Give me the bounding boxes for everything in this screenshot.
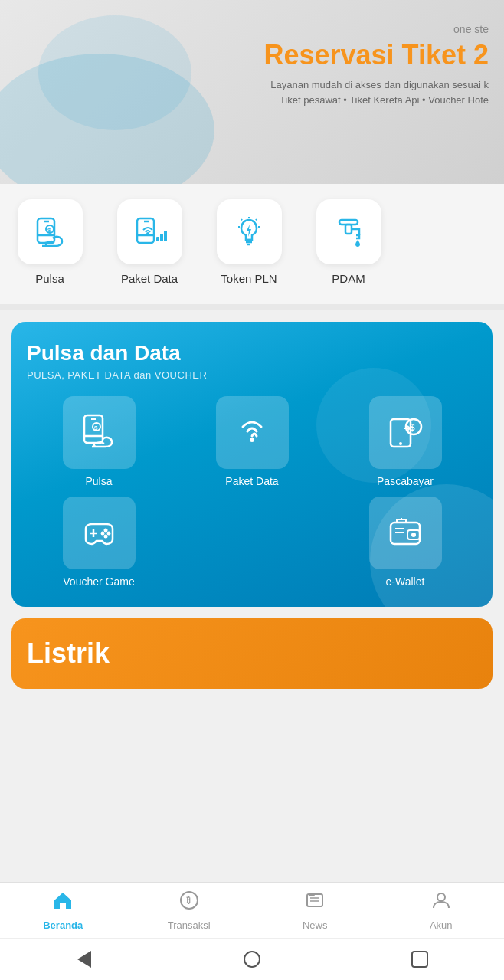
pulsa-item-voucher-game[interactable]: Voucher Game [27, 497, 171, 588]
home-circle-icon [244, 951, 260, 968]
quick-item-pdam[interactable]: PDAM [299, 192, 398, 293]
android-home-button[interactable] [241, 948, 263, 971]
back-triangle-icon [77, 951, 91, 968]
svg-point-30 [406, 419, 421, 434]
nav-label-news: News [303, 919, 328, 931]
svg-point-34 [103, 529, 107, 533]
nav-item-news[interactable]: News [252, 883, 378, 938]
svg-rect-21 [345, 225, 352, 234]
svg-text:$: $ [410, 422, 415, 433]
beranda-icon [52, 890, 74, 916]
akun-icon [430, 890, 452, 916]
svg-text:$: $ [94, 424, 98, 431]
svg-rect-11 [164, 231, 167, 241]
svg-line-18 [241, 219, 242, 220]
pulsa-label-paket-data: Paket Data [225, 475, 278, 487]
pdam-icon-box [316, 199, 381, 264]
svg-line-16 [256, 219, 257, 220]
bottom-nav: Beranda ₿ Transaksi News [0, 882, 504, 980]
svg-rect-49 [309, 893, 315, 896]
transaksi-icon: ₿ [178, 890, 200, 916]
quick-item-paket-data[interactable]: Paket Data [100, 192, 199, 293]
svg-point-27 [250, 438, 254, 442]
quick-label-pdam: PDAM [332, 272, 365, 285]
nav-item-transaksi[interactable]: ₿ Transaksi [126, 883, 253, 938]
nav-label-transaksi: Transaksi [168, 919, 211, 931]
pulsa-icon: $ [63, 396, 136, 469]
section-divider [0, 304, 504, 310]
pulsa-icon-box: $ [18, 199, 83, 264]
pulsa-label-voucher-game: Voucher Game [63, 575, 134, 588]
svg-point-50 [437, 893, 445, 901]
pulsa-section-subtitle: PULSA, PAKET DATA dan VOUCHER [27, 369, 477, 381]
reservasi-title: Reservasi Tiket 2 [263, 39, 489, 71]
svg-text:$: $ [47, 227, 51, 234]
android-back-button[interactable] [73, 948, 96, 971]
token-pln-icon-box [217, 199, 282, 264]
svg-rect-38 [391, 523, 420, 544]
pulsa-item-pascabayar[interactable]: $ Pascabayar [333, 396, 477, 487]
one-step-text: one ste [453, 23, 489, 35]
quick-item-pulsa[interactable]: $ Pulsa [0, 192, 100, 293]
quick-label-paket-data: Paket Data [121, 272, 178, 285]
pascabayar-icon: $ [369, 396, 442, 469]
pulsa-section-title: Pulsa dan Data [27, 341, 477, 365]
header-banner: one ste Reservasi Tiket 2 Layanan mudah … [0, 0, 504, 184]
listrik-title: Listrik [27, 637, 110, 670]
pulsa-item-paket-data[interactable]: Paket Data [180, 396, 324, 487]
recents-square-icon [411, 951, 428, 968]
android-recents-button[interactable] [408, 948, 431, 971]
nav-items-row: Beranda ₿ Transaksi News [0, 883, 504, 938]
svg-rect-10 [160, 234, 163, 241]
svg-point-37 [100, 532, 104, 536]
paket-data-icon [216, 396, 289, 469]
listrik-section[interactable]: Listrik [11, 618, 493, 689]
svg-point-35 [106, 532, 110, 536]
svg-rect-46 [307, 894, 322, 906]
svg-point-36 [103, 535, 107, 539]
pulsa-label-ewallet: e-Wallet [386, 575, 425, 588]
nav-item-akun[interactable]: Akun [378, 883, 505, 938]
quick-item-token-pln[interactable]: Token PLN [199, 192, 299, 293]
svg-rect-9 [156, 237, 159, 241]
pulsa-item-pulsa[interactable]: $ Pulsa [27, 396, 171, 487]
nav-item-beranda[interactable]: Beranda [0, 883, 126, 938]
pulsa-grid-row2: Voucher Game [27, 497, 477, 588]
svg-point-40 [411, 533, 416, 537]
news-icon [304, 890, 326, 916]
banner-subtitle: Layanan mudah di akses dan digunakan ses… [270, 77, 489, 107]
pulsa-item-ewallet[interactable]: e-Wallet [333, 497, 477, 588]
nav-label-akun: Akun [430, 919, 453, 931]
svg-text:₿: ₿ [186, 896, 191, 905]
quick-label-token-pln: Token PLN [221, 272, 277, 285]
pulsa-item-empty [180, 497, 324, 588]
svg-rect-28 [391, 419, 411, 447]
quick-access-row: $ Pulsa [0, 184, 504, 304]
android-nav-bar [0, 938, 504, 980]
nav-label-beranda: Beranda [43, 919, 83, 931]
pulsa-label-pascabayar: Pascabayar [377, 475, 434, 487]
paket-data-icon-box [117, 199, 182, 264]
pulsa-grid-row1: $ Pulsa Paket Data [27, 396, 477, 487]
quick-label-pulsa: Pulsa [35, 272, 64, 285]
svg-rect-39 [407, 530, 420, 539]
voucher-game-icon [63, 497, 136, 569]
pulsa-label-pulsa: Pulsa [85, 475, 112, 487]
pulsa-section: Pulsa dan Data PULSA, PAKET DATA dan VOU… [11, 322, 493, 607]
ewallet-icon [369, 497, 442, 569]
svg-point-8 [146, 232, 149, 235]
svg-point-29 [399, 442, 402, 445]
